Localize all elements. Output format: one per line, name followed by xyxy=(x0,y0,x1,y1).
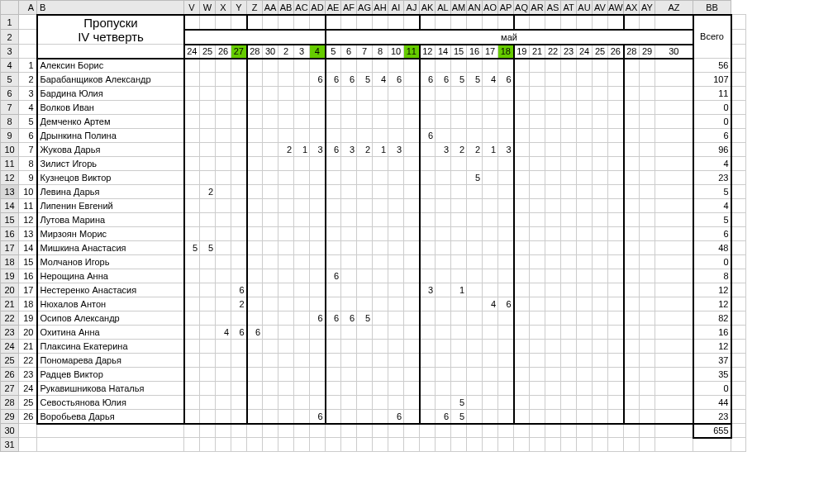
attendance-cell[interactable] xyxy=(216,185,231,199)
attendance-cell[interactable] xyxy=(200,227,216,241)
attendance-cell[interactable] xyxy=(655,241,693,255)
attendance-cell[interactable]: 2 xyxy=(357,143,373,157)
cell[interactable] xyxy=(467,438,483,452)
cell[interactable] xyxy=(608,438,624,452)
row-header[interactable]: 8 xyxy=(1,115,19,129)
attendance-cell[interactable] xyxy=(530,311,545,326)
cell[interactable] xyxy=(731,382,746,396)
attendance-cell[interactable] xyxy=(577,283,593,297)
attendance-cell[interactable] xyxy=(326,101,341,115)
student-name[interactable]: Зилист Игорь xyxy=(37,157,184,171)
attendance-cell[interactable] xyxy=(420,115,436,129)
attendance-cell[interactable]: 6 xyxy=(231,283,247,297)
attendance-cell[interactable] xyxy=(655,297,693,311)
attendance-cell[interactable] xyxy=(483,185,498,199)
attendance-cell[interactable] xyxy=(373,311,388,326)
attendance-cell[interactable] xyxy=(451,354,467,368)
attendance-cell[interactable] xyxy=(514,129,530,143)
attendance-cell[interactable] xyxy=(388,213,404,227)
attendance-cell[interactable] xyxy=(404,368,420,382)
attendance-cell[interactable] xyxy=(373,297,388,311)
row-header[interactable]: 18 xyxy=(1,255,19,269)
attendance-cell[interactable] xyxy=(451,255,467,269)
attendance-cell[interactable] xyxy=(388,59,404,73)
attendance-cell[interactable] xyxy=(545,185,561,199)
attendance-cell[interactable] xyxy=(263,396,278,410)
cell[interactable] xyxy=(310,15,326,30)
attendance-cell[interactable] xyxy=(388,129,404,143)
day-header[interactable]: 18 xyxy=(498,45,514,59)
total-header[interactable]: Всего xyxy=(693,15,731,59)
attendance-cell[interactable] xyxy=(514,340,530,354)
attendance-cell[interactable] xyxy=(467,213,483,227)
attendance-cell[interactable] xyxy=(593,326,608,340)
attendance-cell[interactable] xyxy=(294,368,310,382)
attendance-cell[interactable] xyxy=(357,354,373,368)
attendance-cell[interactable] xyxy=(341,213,357,227)
day-header[interactable]: 21 xyxy=(530,45,545,59)
attendance-cell[interactable] xyxy=(655,326,693,340)
cell[interactable] xyxy=(436,424,451,438)
attendance-cell[interactable] xyxy=(624,143,640,157)
attendance-cell[interactable]: 3 xyxy=(498,143,514,157)
attendance-cell[interactable] xyxy=(420,199,436,213)
cell[interactable] xyxy=(310,438,326,452)
student-number[interactable]: 7 xyxy=(19,143,37,157)
row-header[interactable]: 16 xyxy=(1,227,19,241)
attendance-cell[interactable] xyxy=(436,199,451,213)
attendance-cell[interactable] xyxy=(436,157,451,171)
column-header[interactable]: A xyxy=(19,1,37,15)
attendance-cell[interactable] xyxy=(294,311,310,326)
student-name[interactable]: Нерощина Анна xyxy=(37,269,184,283)
day-header[interactable]: 17 xyxy=(483,45,498,59)
student-number[interactable]: 14 xyxy=(19,241,37,255)
attendance-cell[interactable] xyxy=(373,396,388,410)
attendance-cell[interactable] xyxy=(404,213,420,227)
attendance-cell[interactable] xyxy=(326,340,341,354)
column-header[interactable]: AI xyxy=(388,1,404,15)
attendance-cell[interactable] xyxy=(263,101,278,115)
row-header[interactable]: 7 xyxy=(1,101,19,115)
attendance-cell[interactable] xyxy=(624,213,640,227)
attendance-cell[interactable] xyxy=(451,115,467,129)
row-header[interactable]: 4 xyxy=(1,59,19,73)
attendance-cell[interactable] xyxy=(530,269,545,283)
column-header[interactable]: AU xyxy=(577,1,593,15)
attendance-cell[interactable]: 4 xyxy=(483,73,498,87)
attendance-cell[interactable] xyxy=(247,101,263,115)
attendance-cell[interactable]: 6 xyxy=(326,269,341,283)
attendance-cell[interactable] xyxy=(420,87,436,101)
attendance-cell[interactable] xyxy=(216,129,231,143)
cell[interactable] xyxy=(561,15,577,30)
attendance-cell[interactable] xyxy=(294,199,310,213)
attendance-cell[interactable] xyxy=(640,73,655,87)
student-name[interactable]: Алексин Борис xyxy=(37,59,184,73)
attendance-cell[interactable] xyxy=(231,73,247,87)
cell[interactable] xyxy=(530,424,545,438)
attendance-cell[interactable] xyxy=(545,59,561,73)
attendance-cell[interactable] xyxy=(200,59,216,73)
attendance-cell[interactable] xyxy=(326,396,341,410)
attendance-cell[interactable] xyxy=(530,354,545,368)
student-total[interactable]: 12 xyxy=(693,283,731,297)
attendance-cell[interactable] xyxy=(200,340,216,354)
student-number[interactable]: 4 xyxy=(19,101,37,115)
attendance-cell[interactable] xyxy=(310,185,326,199)
student-total[interactable]: 5 xyxy=(693,185,731,199)
attendance-cell[interactable]: 6 xyxy=(326,311,341,326)
student-total[interactable]: 4 xyxy=(693,199,731,213)
attendance-cell[interactable] xyxy=(357,115,373,129)
attendance-cell[interactable] xyxy=(545,241,561,255)
cell[interactable] xyxy=(655,424,693,438)
attendance-cell[interactable] xyxy=(278,101,294,115)
cell[interactable] xyxy=(216,438,231,452)
attendance-cell[interactable] xyxy=(655,382,693,396)
cell[interactable] xyxy=(655,15,693,30)
attendance-cell[interactable] xyxy=(278,87,294,101)
attendance-cell[interactable] xyxy=(514,157,530,171)
attendance-cell[interactable] xyxy=(200,396,216,410)
cell[interactable] xyxy=(577,15,593,30)
attendance-cell[interactable] xyxy=(404,143,420,157)
attendance-cell[interactable] xyxy=(593,297,608,311)
attendance-cell[interactable] xyxy=(608,283,624,297)
